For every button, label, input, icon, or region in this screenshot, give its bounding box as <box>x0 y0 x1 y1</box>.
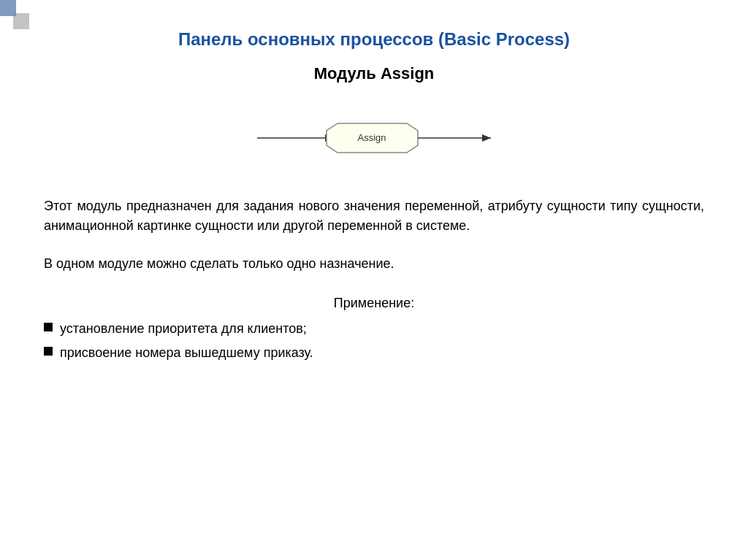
bullet-text-2: присвоение номера вышедшему приказу. <box>60 344 313 362</box>
corner-decoration <box>0 0 29 29</box>
svg-marker-5 <box>482 134 491 142</box>
page-content: Панель основных процессов (Basic Process… <box>0 0 748 560</box>
bullet-item-2: присвоение номера вышедшему приказу. <box>44 344 704 362</box>
page-title: Панель основных процессов (Basic Process… <box>44 29 704 50</box>
application-title: Применение: <box>44 296 704 311</box>
diagram-container: Assign <box>44 105 704 171</box>
bullet-icon-2 <box>44 347 53 356</box>
bullet-text-1: установление приоритета для клиентов; <box>60 320 307 338</box>
corner-sq2 <box>13 13 29 29</box>
application-section: Применение: установление приоритета для … <box>44 296 704 368</box>
description-paragraph1: Этот модуль предназначен для задания нов… <box>44 196 704 236</box>
svg-text:Assign: Assign <box>357 132 386 143</box>
assign-diagram: Assign <box>257 105 491 171</box>
description-paragraph2: В одном модуле можно сделать только одно… <box>44 254 704 274</box>
bullet-icon-1 <box>44 323 53 331</box>
bullet-item-1: установление приоритета для клиентов; <box>44 320 704 338</box>
page-wrapper: Панель основных процессов (Basic Process… <box>0 0 748 560</box>
module-title: Модуль Assign <box>44 64 704 83</box>
